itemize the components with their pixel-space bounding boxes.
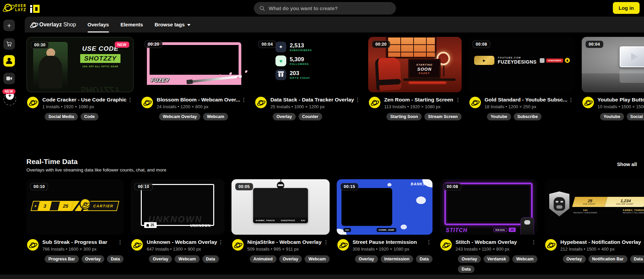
card-title[interactable]: NinjaStrike - Webcam Overlay [247, 239, 323, 245]
tag[interactable]: Code [81, 113, 98, 120]
card-installs: 10 Installs • 1500 × 1500 px [598, 104, 644, 109]
tag[interactable]: Webcam [512, 255, 537, 263]
card-title[interactable]: Sub Streak - Progress Bar [42, 239, 116, 245]
card-thumbnail[interactable]: USE CODE SHOTZZY 10% OFF ALL OPTIC GEAR … [26, 37, 134, 92]
tag[interactable]: Webcam Overlay [159, 113, 201, 120]
thumb-brand-text: BANKSY [411, 182, 428, 186]
card-title[interactable]: Data Stack - Data Tracker Overlay [270, 97, 354, 103]
stat-value: 203 [290, 70, 299, 76]
tag[interactable]: Social Media [627, 113, 644, 120]
tag[interactable]: Overlay [273, 113, 296, 120]
tab-elements[interactable]: Elements [120, 17, 143, 32]
tag[interactable]: Webcam [203, 113, 228, 120]
card-thumbnail[interactable]: ▶ YOUTUBE.COM FUZEYDESIGNS SUBSCRIBED 00… [469, 37, 575, 92]
card-title[interactable]: Code Cracker - Use Code Graphic [42, 97, 127, 103]
tag[interactable]: Starting Soon [386, 113, 422, 120]
kebab-menu-icon[interactable]: ⋮ [530, 239, 537, 245]
card-gold-standard: ▶ YOUTUBE.COM FUZEYDESIGNS SUBSCRIBED 00… [469, 37, 575, 120]
tag[interactable]: Data [202, 255, 219, 263]
tag[interactable]: Data [458, 265, 474, 273]
card-blossom-bloom: FUZEY 00:20 Blossom Bloom - Webcam Over.… [141, 37, 247, 120]
overlayz-badge-icon [337, 239, 349, 251]
shop-brand[interactable]: Overlayz Shop [31, 22, 76, 28]
card-thumbnail[interactable]: STITCH SUB GOAL 25 00:08 [440, 179, 537, 235]
card-thumbnail[interactable]: ✦ 3 25 CARTIER 00:10 [26, 179, 124, 235]
kebab-menu-icon[interactable]: ⋮ [240, 97, 247, 103]
card-thumbnail[interactable]: BANKSY KAI KARMIC_10N3R 00:15 [337, 179, 432, 235]
search-bar[interactable] [254, 2, 396, 15]
card-title[interactable]: Street Pause Intermission [353, 239, 425, 245]
kebab-menu-icon[interactable]: ⋮ [354, 97, 361, 103]
card-installs: 647 Installs • 1300 × 900 px [147, 247, 224, 252]
tab-overlays[interactable]: Overlays [88, 17, 109, 32]
stat-value: 5,309 [290, 56, 304, 63]
kebab-menu-icon[interactable]: ⋮ [127, 97, 134, 103]
overlayz-badge-icon [255, 97, 267, 108]
kebab-menu-icon[interactable]: ⋮ [323, 239, 330, 245]
thumb-name-text: UNKNOWN [190, 224, 210, 228]
duration-badge: 00:05 [235, 183, 253, 190]
card-thumbnail[interactable]: ✦ 2,513 SUBSCRIBERS ♥ 5,309 FOLLOWERS 20… [254, 37, 361, 92]
card-title[interactable]: Stitch - Webcam Overlay [456, 239, 530, 245]
tag[interactable]: Data [107, 255, 124, 263]
card-thumbnail[interactable]: 00:04 [582, 37, 644, 92]
tag[interactable]: Notification Bar [589, 255, 627, 263]
kebab-menu-icon[interactable]: ⋮ [641, 239, 644, 245]
profile-button[interactable] [3, 55, 15, 67]
kebab-menu-icon[interactable]: ⋮ [425, 239, 432, 245]
stat-label: SUB COUNT [582, 203, 596, 205]
card-thumbnail[interactable]: STARTING SOON FUZEY 00:20 [368, 37, 462, 92]
tag[interactable]: Intermission [381, 255, 413, 263]
show-all-link[interactable]: Show all [617, 162, 637, 167]
tag[interactable]: Social Media [45, 113, 78, 120]
card-thumbnail[interactable]: 25 SUB COUNT 1,234 FOLLOW COUNT KAI RECE… [545, 179, 644, 235]
card-sub-streak: ✦ 3 25 CARTIER 00:10 Sub Streak - Progre… [26, 179, 124, 273]
follow-count-cell: 1,234 FOLLOW COUNT [604, 197, 644, 207]
create-button[interactable]: + [3, 20, 15, 31]
tag[interactable]: Youtube [600, 113, 624, 120]
clips-button[interactable] [3, 73, 15, 84]
search-input[interactable] [269, 5, 391, 11]
card-thumbnail[interactable]: KARMIC_THIACH GHOSTFACE KAI 00:05 [231, 179, 330, 235]
overlayz-logo[interactable]: OVER LAYZ [4, 3, 40, 13]
card-title[interactable]: Hypebeast - Notification Overlay [560, 239, 641, 245]
tag[interactable]: Overlay [149, 255, 172, 263]
tag[interactable]: Verdansk [484, 255, 510, 263]
tag[interactable]: Data [416, 255, 432, 263]
tag[interactable]: Animated [250, 255, 276, 263]
card-thumbnail[interactable]: UNKNOWN 25 UNKNOWN 00:10 [131, 179, 224, 235]
thumb-brand-text: STITCH [446, 227, 467, 233]
add-new-button[interactable]: + [3, 93, 16, 106]
tag[interactable]: Progress Bar [45, 255, 79, 263]
kebab-menu-icon[interactable]: ⋮ [454, 97, 462, 103]
card-title[interactable]: Blossom Bloom - Webcam Over... [157, 97, 240, 103]
tag[interactable]: Counter [298, 113, 322, 120]
tag[interactable]: Overlay [458, 255, 481, 263]
login-button[interactable]: Log in [613, 2, 640, 14]
tag[interactable]: Overlay [82, 255, 105, 263]
kebab-menu-icon[interactable]: ⋮ [116, 239, 124, 245]
kebab-menu-icon[interactable]: ⋮ [568, 97, 575, 103]
card-title[interactable]: Zen Room - Starting Screen [384, 97, 454, 103]
tag[interactable]: Subscribe [514, 113, 541, 120]
recent-name: KARMIC_TH0663X [623, 209, 644, 211]
kebab-menu-icon[interactable]: ⋮ [217, 239, 224, 245]
tag[interactable]: Overlay [355, 255, 378, 263]
tag[interactable]: Webcam [175, 255, 199, 263]
tag[interactable]: Webcam [305, 255, 329, 263]
card-thumbnail[interactable]: FUZEY 00:20 [141, 37, 247, 92]
card-installs: 113 Installs • 1920 × 1080 px [384, 104, 462, 109]
tag[interactable]: Stream Screen [424, 113, 462, 120]
card-title[interactable]: Youtube Play Button - Social Gr... [598, 97, 644, 103]
tag[interactable]: Data [630, 255, 644, 263]
card-title[interactable]: Unknown - Webcam Overlay [147, 239, 217, 245]
page: OVER LAYZ Log in + NEW + Overlayz [0, 0, 644, 279]
shop-cart-button[interactable] [3, 38, 15, 50]
tag[interactable]: Overlay [563, 255, 586, 263]
card-title[interactable]: Gold Standard - Youtube Subsc... [485, 97, 568, 103]
tab-browse-tags[interactable]: Browse tags [155, 17, 191, 32]
tag[interactable]: Overlay [279, 255, 302, 263]
tag[interactable]: Youtube [487, 113, 511, 120]
top-bar: OVER LAYZ Log in [0, 0, 644, 17]
thumb-url-text: YOUTUBE.COM [498, 56, 537, 59]
